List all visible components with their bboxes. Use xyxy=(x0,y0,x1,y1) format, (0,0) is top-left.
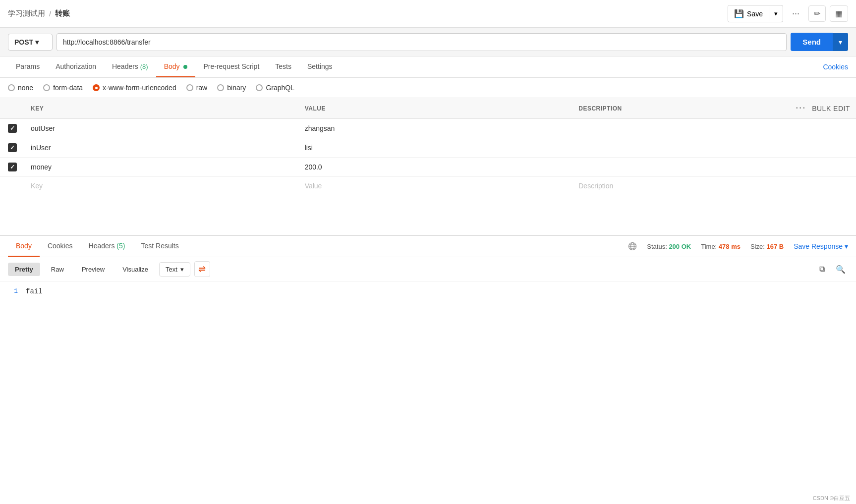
placeholder-value[interactable]: Value xyxy=(299,177,573,195)
search-button[interactable]: 🔍 xyxy=(833,262,848,277)
body-dot xyxy=(183,65,187,69)
search-icon: 🔍 xyxy=(836,265,846,274)
format-pretty-button[interactable]: Pretty xyxy=(8,263,40,276)
save-response-button[interactable]: Save Response ▾ xyxy=(794,242,848,250)
save-label: Save xyxy=(747,10,763,18)
time-value: 478 ms xyxy=(719,243,741,250)
format-visualize-button[interactable]: Visualize xyxy=(115,263,155,276)
response-status-bar: Status: 200 OK Time: 478 ms Size: 167 B … xyxy=(628,236,848,257)
wrap-button[interactable]: ⇌ xyxy=(194,261,210,277)
send-button[interactable]: Send xyxy=(791,33,833,51)
cookies-link[interactable]: Cookies xyxy=(823,57,848,77)
checkmark-icon: ✓ xyxy=(10,144,15,151)
row3-key[interactable]: money xyxy=(25,158,299,177)
response-section: Body Cookies Headers (5) Test Results St… xyxy=(0,235,856,301)
radio-graphql-icon xyxy=(256,84,263,91)
method-chevron-icon: ▾ xyxy=(35,38,39,46)
row2-value[interactable]: lisi xyxy=(299,138,573,158)
tab-settings[interactable]: Settings xyxy=(299,56,341,77)
option-none-label: none xyxy=(18,84,33,92)
option-formdata[interactable]: form-data xyxy=(43,84,83,92)
radio-none-icon xyxy=(8,84,15,91)
option-none[interactable]: none xyxy=(8,84,33,92)
row3-description[interactable] xyxy=(572,158,856,177)
tab-headers[interactable]: Headers (8) xyxy=(104,56,156,77)
table-header-row: KEY VALUE DESCRIPTION ··· Bulk Edit xyxy=(0,98,856,119)
spacer xyxy=(0,195,856,235)
tab-prerequest[interactable]: Pre-request Script xyxy=(195,56,267,77)
text-format-chevron-icon: ▾ xyxy=(180,266,184,273)
line-content-1: fail xyxy=(26,287,43,295)
placeholder-checkbox-cell xyxy=(0,177,25,195)
tab-body[interactable]: Body xyxy=(156,56,196,77)
format-raw-button[interactable]: Raw xyxy=(44,263,71,276)
format-toolbar: Pretty Raw Preview Visualize Text ▾ ⇌ ⧉ … xyxy=(0,257,856,281)
save-button[interactable]: 💾 Save xyxy=(728,5,769,22)
send-dropdown-button[interactable]: ▾ xyxy=(833,33,848,51)
text-format-select[interactable]: Text ▾ xyxy=(159,262,190,277)
send-group: Send ▾ xyxy=(791,33,848,51)
response-tab-cookies[interactable]: Cookies xyxy=(40,236,81,257)
placeholder-description[interactable]: Description xyxy=(572,177,856,195)
row2-checkbox-cell: ✓ xyxy=(0,138,25,158)
th-description: DESCRIPTION ··· Bulk Edit xyxy=(572,98,856,119)
save-icon: 💾 xyxy=(734,9,744,18)
params-table: KEY VALUE DESCRIPTION ··· Bulk Edit ✓ xyxy=(0,98,856,195)
comment-button[interactable]: ▦ xyxy=(830,5,848,22)
row1-checkbox[interactable]: ✓ xyxy=(8,124,17,133)
th-checkbox xyxy=(0,98,25,119)
bulk-edit-button[interactable]: Bulk Edit xyxy=(812,105,850,112)
breadcrumb-parent: 学习测试用 xyxy=(8,9,45,18)
chevron-down-icon: ▾ xyxy=(774,10,778,17)
table-more-button[interactable]: ··· xyxy=(796,103,806,113)
breadcrumb-current: 转账 xyxy=(55,9,70,18)
row3-value[interactable]: 200.0 xyxy=(299,158,573,177)
toolbar-right: ⧉ 🔍 xyxy=(814,262,848,277)
text-format-label: Text xyxy=(166,266,177,273)
th-desc-actions: DESCRIPTION ··· Bulk Edit xyxy=(578,103,850,113)
placeholder-key[interactable]: Key xyxy=(25,177,299,195)
table-row: ✓ inUser lisi xyxy=(0,138,856,158)
globe-icon xyxy=(628,242,637,251)
option-raw-label: raw xyxy=(196,84,208,92)
table-placeholder-row: Key Value Description xyxy=(0,177,856,195)
row2-key[interactable]: inUser xyxy=(25,138,299,158)
edit-icon: ✏ xyxy=(814,9,820,18)
line-number-1: 1 xyxy=(8,287,18,295)
response-tab-headers[interactable]: Headers (5) xyxy=(81,236,133,257)
method-select[interactable]: POST ▾ xyxy=(8,34,53,51)
option-urlencoded[interactable]: x-www-form-urlencoded xyxy=(93,84,176,92)
tab-authorization[interactable]: Authorization xyxy=(48,56,104,77)
status-label: Status: 200 OK xyxy=(647,243,691,250)
row1-key[interactable]: outUser xyxy=(25,119,299,138)
table-row: ✓ outUser zhangsan xyxy=(0,119,856,138)
radio-formdata-icon xyxy=(43,84,50,91)
row3-checkbox[interactable]: ✓ xyxy=(8,163,17,171)
method-label: POST xyxy=(14,38,33,46)
save-dropdown-button[interactable]: ▾ xyxy=(769,6,783,21)
url-input[interactable] xyxy=(57,33,787,51)
code-output: 1 fail xyxy=(0,281,856,301)
url-bar: POST ▾ Send ▾ xyxy=(0,28,856,56)
response-headers-badge: (5) xyxy=(116,242,125,250)
option-graphql[interactable]: GraphQL xyxy=(256,84,294,92)
option-urlencoded-label: x-www-form-urlencoded xyxy=(103,84,176,92)
th-key: KEY xyxy=(25,98,299,119)
edit-button[interactable]: ✏ xyxy=(808,5,826,22)
row2-description[interactable] xyxy=(572,138,856,158)
option-raw[interactable]: raw xyxy=(186,84,208,92)
response-tab-testresults[interactable]: Test Results xyxy=(133,236,186,257)
size-value: 167 B xyxy=(766,243,784,250)
row1-value[interactable]: zhangsan xyxy=(299,119,573,138)
copy-button[interactable]: ⧉ xyxy=(814,262,829,277)
tab-tests[interactable]: Tests xyxy=(267,56,299,77)
row1-description[interactable] xyxy=(572,119,856,138)
option-binary[interactable]: binary xyxy=(217,84,246,92)
row2-checkbox[interactable]: ✓ xyxy=(8,143,17,152)
save-group: 💾 Save ▾ xyxy=(728,5,783,22)
headers-badge: (8) xyxy=(140,63,148,70)
format-preview-button[interactable]: Preview xyxy=(75,263,112,276)
response-tab-body[interactable]: Body xyxy=(8,236,40,257)
tab-params[interactable]: Params xyxy=(8,56,48,77)
more-button[interactable]: ··· xyxy=(787,5,804,22)
